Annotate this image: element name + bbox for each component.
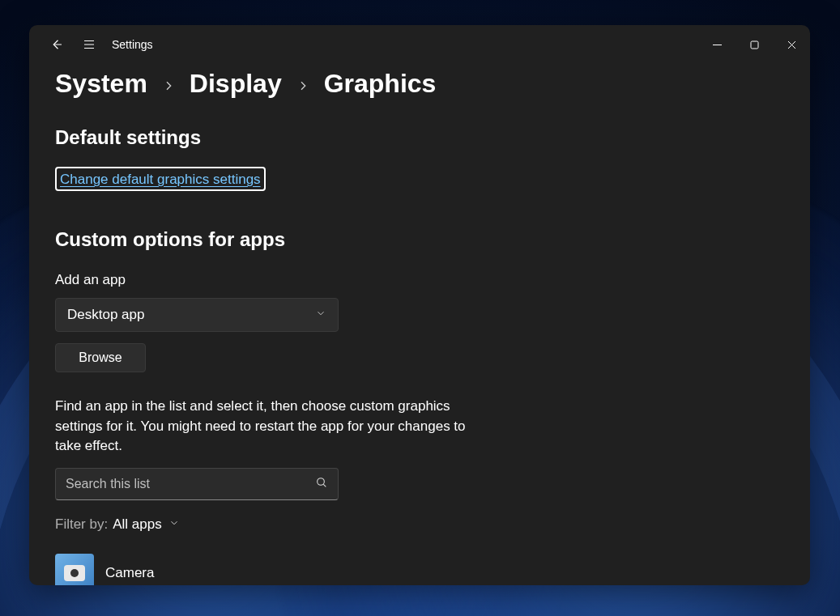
titlebar: Settings [29,25,810,64]
chevron-down-icon [168,516,180,533]
filter-value-text: All apps [113,516,161,533]
filter-by-control[interactable]: Filter by: All apps [55,516,784,533]
app-type-dropdown[interactable]: Desktop app [55,298,339,332]
filter-value[interactable]: All apps [113,516,179,533]
window-controls [698,25,810,64]
chevron-right-icon [296,69,309,99]
close-button[interactable] [773,25,810,64]
chevron-down-icon [315,307,326,323]
settings-window: Settings System Display Graphics [29,25,810,585]
filter-label: Filter by: [55,516,108,533]
change-default-graphics-link[interactable]: Change default graphics settings [55,167,266,191]
svg-rect-0 [751,41,758,49]
nav-menu-button[interactable] [73,28,105,61]
breadcrumb-display[interactable]: Display [190,69,282,99]
add-an-app-label: Add an app [55,272,784,288]
app-type-selected: Desktop app [67,307,144,323]
custom-help-text: Find an app in the list and select it, t… [55,397,492,457]
content-area: System Display Graphics Default settings… [29,64,810,585]
browse-button[interactable]: Browse [55,343,146,372]
breadcrumb: System Display Graphics [55,69,784,99]
breadcrumb-current: Graphics [324,69,437,99]
app-list-item[interactable]: Camera [55,554,784,585]
maximize-button[interactable] [736,25,773,64]
browse-button-label: Browse [79,350,122,365]
back-button[interactable] [41,28,73,61]
custom-options-heading: Custom options for apps [55,228,784,251]
search-list-box[interactable] [55,468,339,500]
breadcrumb-system[interactable]: System [55,69,147,99]
chevron-right-icon [162,69,175,99]
search-icon[interactable] [315,476,328,492]
window-title: Settings [105,38,153,51]
svg-point-1 [318,478,325,486]
app-name: Camera [105,565,154,581]
default-settings-heading: Default settings [55,126,784,149]
camera-icon [55,554,94,585]
minimize-button[interactable] [698,25,736,64]
search-input[interactable] [66,477,292,491]
